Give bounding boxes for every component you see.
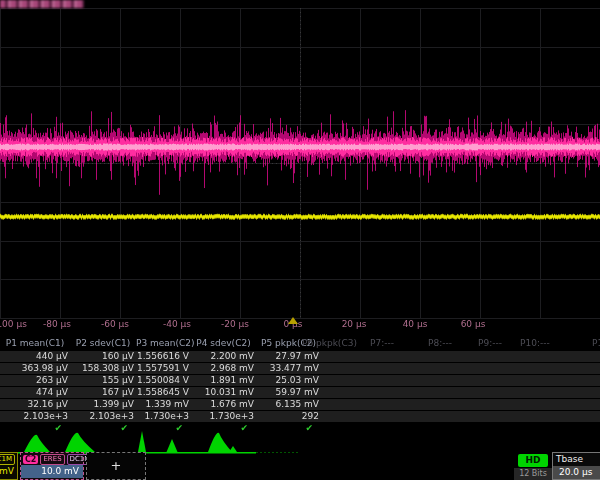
table-cell: 1.730e+3 [136, 411, 191, 422]
axis-label: 40 µs [403, 319, 428, 329]
axis-label: -40 µs [163, 319, 191, 329]
c2-eres-badge: ERES [40, 454, 64, 465]
table-cell: 2.968 mV [191, 363, 256, 374]
table-cell: 158.308 µV [70, 363, 136, 374]
hd-mode-badge[interactable]: HD [518, 454, 548, 467]
table-cell: 2.200 mV [191, 351, 256, 362]
table-cell: 1.557591 V [136, 363, 191, 374]
table-row: 263 µV155 µV1.550084 V1.891 mV25.03 mV [0, 375, 600, 386]
axis-label: -60 µs [101, 319, 129, 329]
table-cell: 1.339 mV [136, 399, 191, 410]
channel-c1-descriptor[interactable]: DC1M 0 mV [0, 452, 18, 480]
table-cell: 32.16 µV [0, 399, 70, 410]
c1-scale-value: 0 mV [0, 465, 17, 478]
table-cell: 167 µV [70, 387, 136, 398]
table-cell: 2.103e+3 [70, 411, 136, 422]
table-cell: 2.103e+3 [0, 411, 70, 422]
trigger-position-icon[interactable] [288, 317, 298, 324]
timebase-descriptor[interactable]: Tbase 20.0 µs [552, 452, 600, 480]
timebase-value: 20.0 µs [553, 466, 600, 479]
table-cell: 1.730e+3 [191, 411, 256, 422]
status-check-icon: ✔ [191, 423, 256, 434]
table-cell: 1.399 µV [70, 399, 136, 410]
table-cell: 474 µV [0, 387, 70, 398]
table-cell: 292 [256, 411, 321, 422]
status-check-icon: ✔ [0, 423, 70, 434]
table-row: 474 µV167 µV1.558645 V10.031 mV59.97 mV [0, 387, 600, 398]
param-header[interactable]: P1 mean(C1) [0, 337, 70, 350]
param-header-inactive[interactable]: P6 pkpk(C3) [302, 337, 357, 350]
channel-c2-descriptor[interactable]: C2 ERES DC1M 10.0 mV [20, 452, 84, 480]
axis-label: -20 µs [221, 319, 249, 329]
oscilloscope-screen: -100 µs-80 µs-60 µs-40 µs-20 µs0 µs20 µs… [0, 0, 600, 480]
table-cell: 160 µV [70, 351, 136, 362]
table-row: 440 µV160 µV1.556616 V2.200 mV27.97 mV [0, 351, 600, 362]
table-cell: 10.031 mV [191, 387, 256, 398]
table-cell: 59.97 mV [256, 387, 321, 398]
axis-label: -100 µs [0, 319, 27, 329]
table-cell: 155 µV [70, 375, 136, 386]
table-cell: 363.98 µV [0, 363, 70, 374]
measurement-table: P1 mean(C1)P2 sdev(C1)P3 mean(C2)P4 sdev… [0, 337, 600, 435]
table-cell: 1.891 mV [191, 375, 256, 386]
table-cell: 27.97 mV [256, 351, 321, 362]
table-cell: 1.676 mV [191, 399, 256, 410]
table-cell: 440 µV [0, 351, 70, 362]
status-check-icon: ✔ [256, 423, 321, 434]
table-cell: 263 µV [0, 375, 70, 386]
status-check-icon: ✔ [136, 423, 191, 434]
hd-bits-label: 12 Bits [514, 468, 552, 480]
table-cell: 6.135 mV [256, 399, 321, 410]
table-cell: 1.558645 V [136, 387, 191, 398]
param-header-inactive[interactable]: P7:--- [370, 337, 394, 350]
param-header[interactable]: P2 sdev(C1) [70, 337, 136, 350]
timebase-label: Tbase [553, 453, 600, 466]
axis-label: 20 µs [342, 319, 367, 329]
param-header-inactive[interactable]: P8:--- [428, 337, 452, 350]
table-row: 2.103e+32.103e+31.730e+31.730e+3292 [0, 411, 600, 422]
table-cell: 1.550084 V [136, 375, 191, 386]
c2-scale-value: 10.0 mV [21, 465, 83, 478]
table-cell: 1.556616 V [136, 351, 191, 362]
status-check-icon: ✔ [70, 423, 136, 434]
truncated-pink-text [0, 0, 84, 8]
c1-coupling-badge: DC1M [0, 454, 15, 465]
axis-label: 60 µs [461, 319, 486, 329]
table-cell: 33.477 mV [256, 363, 321, 374]
param-header[interactable]: P4 sdev(C2) [191, 337, 256, 350]
table-cell: 25.03 mV [256, 375, 321, 386]
table-row: 363.98 µV158.308 µV1.557591 V2.968 mV33.… [0, 363, 600, 374]
param-header-inactive[interactable]: P10:--- [520, 337, 550, 350]
param-header[interactable]: P3 mean(C2) [136, 337, 191, 350]
param-header-inactive[interactable]: P11:--- [592, 337, 600, 350]
axis-label: -80 µs [43, 319, 71, 329]
param-header-inactive[interactable]: P9:--- [478, 337, 502, 350]
add-trace-button[interactable]: + [86, 452, 146, 480]
c2-label-badge: C2 [23, 455, 38, 464]
time-axis: -100 µs-80 µs-60 µs-40 µs-20 µs0 µs20 µs… [0, 317, 600, 332]
table-row: 32.16 µV1.399 µV1.339 mV1.676 mV6.135 mV [0, 399, 600, 410]
